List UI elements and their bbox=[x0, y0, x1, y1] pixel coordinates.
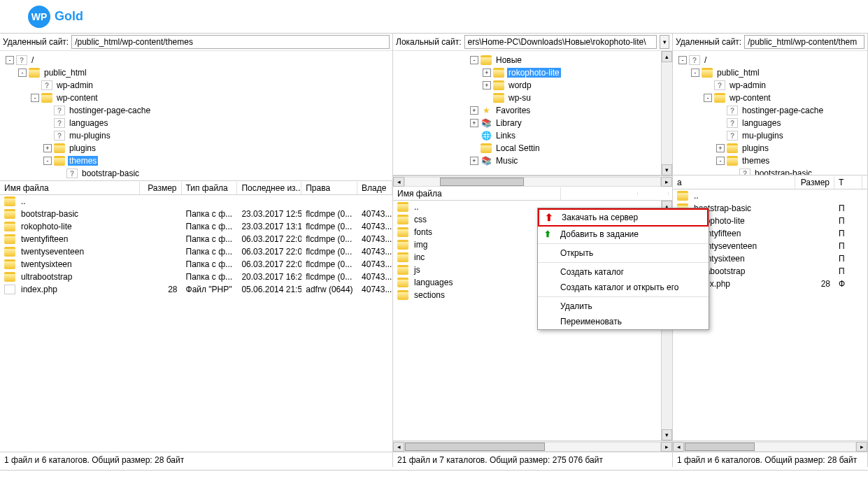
tree-item[interactable]: ?languages bbox=[673, 117, 867, 129]
right-list-hscroll[interactable]: ◂ ▸ bbox=[673, 440, 867, 452]
tree-item[interactable]: -themes bbox=[0, 155, 392, 167]
tree-item[interactable]: +📚Music bbox=[393, 155, 661, 167]
tree-expander[interactable]: - bbox=[43, 157, 52, 165]
menu-item[interactable]: ⬆Закачать на сервер bbox=[538, 208, 709, 227]
tree-expander[interactable]: - bbox=[31, 94, 39, 102]
col-size[interactable]: Размер bbox=[140, 182, 182, 194]
scroll-left-button[interactable]: ◂ bbox=[393, 442, 404, 452]
right-status: 1 файл и 6 каталогов. Общий размер: 28 б… bbox=[673, 452, 867, 467]
tree-item[interactable]: -public_html bbox=[0, 66, 392, 79]
scroll-down-button[interactable]: ▾ bbox=[662, 164, 672, 175]
scroll-right-button[interactable]: ▸ bbox=[661, 442, 672, 452]
tree-expander[interactable]: + bbox=[43, 144, 52, 152]
tree-item[interactable]: ?wp-admin bbox=[0, 79, 392, 92]
tree-expander[interactable]: + bbox=[716, 144, 725, 152]
list-item[interactable]: ultrabootstrapПапка с ф...20.03.2017 16:… bbox=[0, 271, 392, 283]
list-item[interactable]: rokophoto-liteПапка с ф...23.03.2017 13:… bbox=[0, 220, 392, 233]
tree-item[interactable]: ?mu-plugins bbox=[673, 129, 867, 142]
tree-item[interactable]: -themes bbox=[673, 155, 867, 167]
left-list[interactable]: ..bootstrap-basicПапка с ф...23.03.2017 … bbox=[0, 195, 392, 452]
tree-item[interactable]: +★Favorites bbox=[393, 104, 661, 117]
col-name[interactable]: Имя файла bbox=[393, 187, 561, 200]
tree-expander[interactable]: + bbox=[483, 69, 491, 77]
tree-expander[interactable]: - bbox=[691, 69, 699, 77]
mid-addr-input[interactable] bbox=[464, 35, 657, 49]
mid-addr-dropdown[interactable]: ▾ bbox=[660, 35, 669, 49]
tree-item[interactable]: +wordp bbox=[393, 79, 661, 92]
tree-item[interactable]: ?wp-admin bbox=[673, 79, 867, 92]
tree-expander[interactable]: - bbox=[470, 56, 478, 64]
left-tree[interactable]: -?/-public_html?wp-admin-wp-content?host… bbox=[0, 51, 392, 181]
menu-item[interactable]: Создать каталог и открыть его bbox=[538, 280, 709, 295]
lib-icon: 📚 bbox=[481, 156, 492, 166]
tree-item[interactable]: ?bootstrap-basic bbox=[673, 167, 867, 175]
col-size[interactable]: Размер bbox=[795, 176, 834, 189]
list-item[interactable]: index.php28Файл "PHP"05.06.2014 21:5...a… bbox=[0, 283, 392, 296]
right-tree[interactable]: -?/-public_html?wp-admin-wp-content?host… bbox=[673, 51, 867, 175]
col-date[interactable]: Последнее из... bbox=[237, 182, 301, 194]
scroll-left-button[interactable]: ◂ bbox=[393, 177, 404, 187]
scroll-left-button[interactable]: ◂ bbox=[673, 442, 684, 452]
right-addr-input[interactable] bbox=[744, 35, 865, 49]
col-name[interactable]: а bbox=[673, 176, 795, 189]
tree-item[interactable]: -?/ bbox=[0, 54, 392, 66]
tree-item[interactable]: -wp-content bbox=[673, 92, 867, 104]
tree-expander[interactable]: - bbox=[6, 56, 14, 64]
list-item[interactable]: twentyfifteenПапка с ф...06.03.2017 22:0… bbox=[0, 233, 392, 245]
tree-expander[interactable]: + bbox=[470, 119, 478, 127]
menu-item[interactable]: Переименовать bbox=[538, 314, 709, 329]
tree-item[interactable]: -wp-content bbox=[0, 92, 392, 104]
col-type[interactable]: Т bbox=[834, 176, 862, 189]
tree-item-label: Новые bbox=[495, 55, 523, 65]
list-item[interactable]: twentyseventeenПапка с ф...06.03.2017 22… bbox=[0, 245, 392, 258]
col-perm[interactable]: Права bbox=[301, 182, 357, 194]
tree-item[interactable]: ?hostinger-page-cache bbox=[0, 104, 392, 117]
tree-item[interactable]: +plugins bbox=[0, 142, 392, 155]
menu-item[interactable]: Открыть bbox=[538, 245, 709, 261]
tree-item[interactable]: ?languages bbox=[0, 117, 392, 129]
tree-item[interactable]: Local Settin bbox=[393, 142, 661, 155]
tree-expander[interactable]: + bbox=[483, 81, 491, 89]
tree-expander[interactable]: - bbox=[704, 94, 712, 102]
col-own[interactable]: Владе bbox=[357, 182, 392, 194]
context-menu[interactable]: ⬆Закачать на сервер⬆Добавить в заданиеОт… bbox=[537, 208, 709, 330]
tree-item[interactable]: ?bootstrap-basic bbox=[0, 167, 392, 180]
menu-item[interactable]: Удалить bbox=[538, 299, 709, 314]
tree-item[interactable]: +📚Library bbox=[393, 117, 661, 129]
tree-expander[interactable]: - bbox=[18, 69, 27, 77]
mid-tree[interactable]: -Новые+rokophoto-lite+wordpwp-su+★Favori… bbox=[393, 51, 661, 175]
tree-item[interactable]: +plugins bbox=[673, 142, 867, 155]
scroll-up-button[interactable]: ▴ bbox=[662, 51, 672, 62]
cell-perm: flcdmpe (0... bbox=[301, 271, 357, 282]
list-item[interactable]: .. bbox=[673, 189, 867, 202]
tree-item[interactable]: -public_html bbox=[673, 66, 867, 79]
col-type[interactable]: Тип файла bbox=[182, 182, 238, 194]
col-name[interactable]: Имя файла bbox=[0, 182, 140, 194]
col-type[interactable] bbox=[561, 192, 638, 195]
list-item[interactable]: .. bbox=[0, 195, 392, 208]
tree-expander[interactable]: - bbox=[678, 56, 687, 64]
mid-tree-scrollbar[interactable]: ▴ ▾ bbox=[661, 51, 672, 175]
tree-expander[interactable]: + bbox=[470, 157, 478, 165]
tree-item[interactable]: +rokophoto-lite bbox=[393, 66, 661, 79]
tree-item[interactable]: wp-su bbox=[393, 92, 661, 104]
list-item[interactable]: twentysixteenПапка с ф...06.03.2017 22:0… bbox=[0, 258, 392, 271]
folder-icon bbox=[727, 156, 738, 166]
col-size[interactable] bbox=[638, 192, 669, 195]
tree-expander[interactable]: - bbox=[716, 157, 725, 165]
menu-item[interactable]: ⬆Добавить в задание bbox=[538, 227, 709, 242]
tree-item[interactable]: ?hostinger-page-cache bbox=[673, 104, 867, 117]
scroll-right-button[interactable]: ▸ bbox=[856, 442, 867, 452]
tree-expander[interactable]: + bbox=[470, 106, 478, 115]
list-item[interactable]: bootstrap-basicПапка с ф...23.03.2017 12… bbox=[0, 208, 392, 220]
tree-item[interactable]: 🌐Links bbox=[393, 129, 661, 142]
tree-item[interactable]: -?/ bbox=[673, 54, 867, 66]
scroll-right-button[interactable]: ▸ bbox=[661, 177, 672, 187]
scroll-down-button[interactable]: ▾ bbox=[662, 429, 672, 440]
menu-item[interactable]: Создать каталог bbox=[538, 264, 709, 280]
tree-item[interactable]: ?mu-plugins bbox=[0, 129, 392, 142]
mid-list-hscroll[interactable]: ◂ ▸ bbox=[393, 440, 672, 452]
left-addr-input[interactable] bbox=[71, 35, 390, 49]
mid-tree-hscroll[interactable]: ◂ ▸ bbox=[393, 175, 672, 187]
tree-item[interactable]: -Новые bbox=[393, 54, 661, 66]
